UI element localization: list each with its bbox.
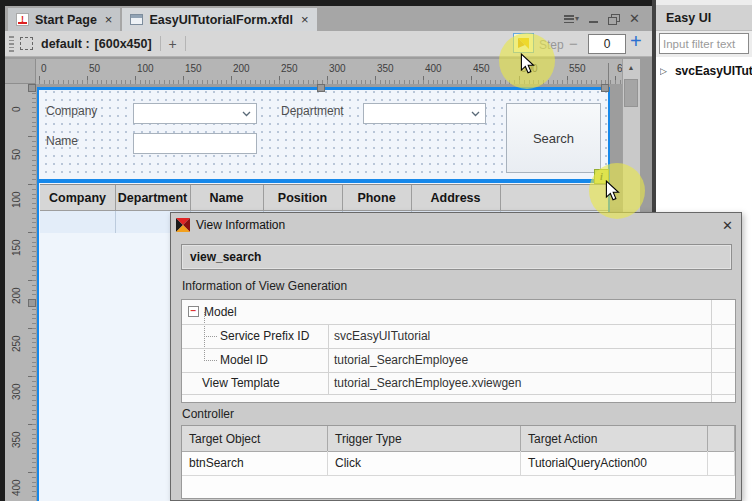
ruler-tick [28, 184, 36, 185]
model-property-row[interactable]: View Templatetutorial_SearchEmployee.xvi… [182, 372, 735, 395]
company-combo[interactable] [133, 103, 257, 124]
scrollbar-thumb[interactable] [624, 79, 638, 107]
expander-icon[interactable]: ▷ [660, 66, 667, 76]
ruler-tick [327, 76, 328, 84]
layout-size-label: [600x450] [95, 37, 152, 51]
ruler-label: 400 [11, 470, 22, 496]
ruler-tick [87, 76, 88, 84]
name-static-label[interactable]: Name [46, 134, 78, 148]
tab-close-icon[interactable]: × [301, 12, 309, 27]
grid-cell[interactable] [40, 211, 116, 233]
tab-bar: ! Start Page × EasyUITutorialForm.xfdl ×… [5, 6, 652, 31]
resize-handle-top-right[interactable] [601, 84, 609, 92]
step-decrement-button[interactable]: − [569, 35, 578, 52]
view-name: view_search [190, 250, 261, 264]
controller-cell[interactable]: TutorialQueryAction00 [521, 451, 708, 475]
generation-section-label: Information of View Generation [182, 279, 347, 293]
view-name-box: view_search [181, 244, 732, 270]
model-root-row[interactable]: − Model [182, 300, 735, 325]
controller-table: Target ObjectTrigger TypeTarget Action b… [181, 425, 736, 499]
controller-cell[interactable]: btnSearch [182, 451, 328, 475]
name-edit-field[interactable] [133, 133, 257, 154]
ruler-label: 0 [41, 63, 47, 74]
controller-cell[interactable] [708, 451, 735, 475]
ruler-label: 250 [281, 63, 298, 74]
property-value: tutorial_SearchEmployee.xviewgen [334, 372, 521, 394]
ruler-tick [28, 280, 36, 281]
toolbar-separator [160, 36, 161, 51]
toolbar-grip-icon[interactable] [9, 36, 14, 52]
view-information-dialog: View Information ✕ view_search Informati… [170, 212, 742, 501]
grid-column-header[interactable]: Position [263, 185, 343, 210]
model-property-row[interactable]: Service Prefix IDsvcEasyUITutorial [182, 324, 735, 349]
step-increment-button[interactable]: + [630, 30, 642, 53]
controller-column-header: Target Action [521, 426, 708, 451]
dialog-title: View Information [196, 218, 285, 232]
ruler-tick [39, 76, 40, 84]
ruler-label: 100 [137, 63, 154, 74]
dialog-close-icon[interactable]: ✕ [722, 218, 733, 233]
ruler-tick [567, 76, 568, 84]
property-label: Service Prefix ID [220, 324, 309, 348]
ruler-label: 50 [11, 134, 22, 160]
resize-handle-top-center[interactable] [317, 84, 325, 92]
selection-border-bottom [37, 179, 610, 183]
resize-handle-top-left[interactable] [28, 84, 36, 92]
ruler-label: 350 [11, 422, 22, 448]
controller-data-row[interactable]: btnSearchClickTutorialQueryAction00 [182, 451, 735, 476]
close-icon[interactable]: ✕ [629, 12, 640, 25]
tab-list-menu-icon[interactable]: ▾ [564, 14, 579, 23]
application-window: ! Start Page × EasyUITutorialForm.xfdl ×… [0, 0, 752, 501]
tab-close-icon[interactable]: × [105, 12, 113, 27]
window-controls: ▾ ✕ [564, 12, 652, 31]
ruler-tick [615, 76, 616, 84]
ruler-label: 200 [233, 63, 250, 74]
app-logo-icon [176, 218, 190, 232]
collapse-icon[interactable]: − [188, 306, 199, 317]
scroll-up-button[interactable]: ▲ [622, 59, 640, 76]
tree-item-service[interactable]: ▷ svcEasyUITutorial [660, 61, 752, 81]
menu-lines-icon [564, 15, 574, 23]
chevron-down-icon [471, 111, 480, 117]
grid-column-header[interactable]: Company [40, 185, 116, 210]
ruler-label: 450 [473, 63, 490, 74]
property-value: svcEasyUITutorial [334, 324, 430, 348]
ruler-tick [375, 76, 376, 84]
ruler-tick [423, 76, 424, 84]
ruler-label: 50 [89, 63, 100, 74]
controller-header-row: Target ObjectTrigger TypeTarget Action [182, 426, 735, 452]
restore-icon[interactable] [608, 14, 619, 24]
resize-handle-middle-left[interactable] [28, 299, 36, 307]
grid-column-header[interactable]: Phone [342, 185, 412, 210]
dialog-title-bar[interactable]: View Information ✕ [171, 213, 741, 237]
model-property-row[interactable]: Model IDtutorial_SearchEmployee [182, 348, 735, 373]
search-button[interactable]: Search [506, 103, 601, 173]
ruler-tick [28, 232, 36, 233]
tree-item-label: svcEasyUITutorial [675, 64, 752, 78]
vertical-ruler: 050100150200250300350400 [5, 84, 36, 501]
filter-input[interactable] [659, 33, 749, 54]
company-static-label[interactable]: Company [46, 104, 97, 118]
controller-column-header: Target Object [182, 426, 328, 451]
start-page-icon: ! [16, 13, 29, 26]
tree-connector-line [204, 336, 217, 337]
grid-column-header[interactable]: Name [190, 185, 264, 210]
tab-easyui-tutorial-form[interactable]: EasyUITutorialForm.xfdl × [122, 8, 316, 31]
grid-column-header[interactable]: Department [115, 185, 191, 210]
add-layout-button[interactable]: + [169, 36, 177, 52]
controller-column-header: Trigger Type [328, 426, 521, 451]
department-combo[interactable] [363, 103, 486, 124]
model-property-table: − Model Service Prefix IDsvcEasyUITutori… [181, 299, 736, 403]
ruler-label: 300 [11, 374, 22, 400]
controller-cell[interactable]: Click [328, 451, 521, 475]
ruler-tick [471, 76, 472, 84]
step-value-input[interactable]: 0 [588, 34, 626, 54]
grid-column-header[interactable]: Address [411, 185, 501, 210]
tab-start-page[interactable]: ! Start Page × [8, 8, 120, 31]
form-boundary-tick [608, 63, 609, 84]
ruler-tick [28, 136, 36, 137]
department-static-label[interactable]: Department [281, 104, 344, 118]
ruler-label: 150 [11, 230, 22, 256]
minimize-icon[interactable] [589, 21, 598, 23]
marquee-select-icon[interactable] [20, 37, 33, 50]
